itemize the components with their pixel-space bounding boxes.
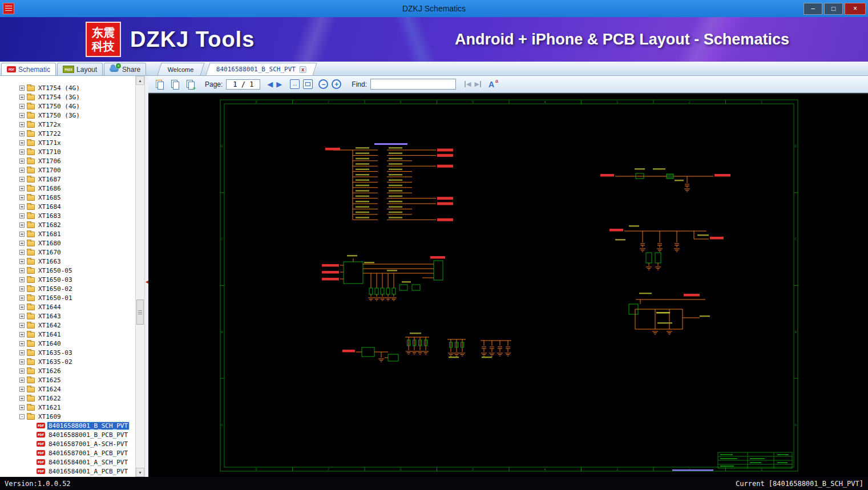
- schematic-page[interactable]: DDCCBBAA8877665544332211: [216, 95, 802, 476]
- page-number-input[interactable]: [226, 79, 260, 90]
- tree-folder-item[interactable]: +XT1635-02: [0, 357, 135, 366]
- tree-expander-icon[interactable]: -: [19, 414, 25, 419]
- tree-folder-item[interactable]: +XT1644: [0, 302, 135, 311]
- tree-folder-item[interactable]: -XT1609: [0, 412, 135, 421]
- tree-pdf-item[interactable]: PDF84016587001_A_PCB_PVT: [0, 448, 135, 457]
- tree-expander-icon[interactable]: +: [19, 159, 25, 164]
- tree-pdf-item[interactable]: PDF84016588001_B_SCH_PVT: [0, 421, 135, 430]
- tree-folder-item[interactable]: +XT1754 (3G): [0, 92, 135, 102]
- fit-page-icon[interactable]: [303, 79, 313, 89]
- page-copy-icon[interactable]: [154, 79, 166, 90]
- tree-folder-item[interactable]: +XT1706: [0, 156, 135, 165]
- zoom-in-button[interactable]: +: [332, 79, 341, 89]
- tree-expander-icon[interactable]: +: [19, 186, 25, 191]
- tree-pdf-item[interactable]: PDF84016587001_A-SCH-PVT: [0, 439, 135, 448]
- tab-document[interactable]: 84016588001_B_SCH_PVT x: [205, 63, 317, 75]
- tree-pdf-item[interactable]: PDF84016588001_B_PCB_PVT: [0, 430, 135, 439]
- find-prev-button[interactable]: ◀: [464, 80, 471, 88]
- tree-folder-item[interactable]: +XT1683: [0, 211, 135, 220]
- find-next-button[interactable]: ▶: [475, 80, 482, 88]
- tree-folder-item[interactable]: +XT1650-02: [0, 284, 135, 293]
- tree-folder-item[interactable]: +XT1625: [0, 375, 135, 384]
- tree-expander-icon[interactable]: +: [19, 277, 25, 282]
- tree-expander-icon[interactable]: +: [19, 368, 25, 374]
- tree-folder-item[interactable]: +XT1650-05: [0, 266, 135, 275]
- tree-expander-icon[interactable]: +: [19, 341, 25, 346]
- tree-folder-item[interactable]: +XT172x: [0, 120, 135, 129]
- tree-expander-icon[interactable]: +: [19, 295, 25, 301]
- multi-page-icon[interactable]: [185, 79, 197, 90]
- tree-expander-icon[interactable]: +: [19, 286, 25, 291]
- tree-folder-item[interactable]: +XT1663: [0, 257, 135, 266]
- tree-expander-icon[interactable]: +: [19, 314, 25, 319]
- tree-folder-item[interactable]: +XT1642: [0, 321, 135, 330]
- tree-expander-icon[interactable]: +: [19, 204, 25, 209]
- tree-pdf-item[interactable]: PDF84016584001_A_SCH_PVT: [0, 457, 135, 467]
- tree-folder-item[interactable]: +XT1640: [0, 339, 135, 348]
- tree-folder-item[interactable]: +XT171x: [0, 138, 135, 147]
- tree-expander-icon[interactable]: +: [19, 305, 25, 310]
- tab-layout[interactable]: PADS Layout: [57, 63, 103, 75]
- tree-scrollbar[interactable]: ▲ ▼: [135, 76, 144, 477]
- tree-expander-icon[interactable]: +: [19, 140, 25, 145]
- tree-folder-item[interactable]: +XT1670: [0, 248, 135, 257]
- tree-expander-icon[interactable]: +: [19, 113, 25, 118]
- tree-expander-icon[interactable]: +: [19, 350, 25, 355]
- close-tab-icon[interactable]: x: [300, 66, 306, 73]
- pdf-viewer[interactable]: DDCCBBAA8877665544332211: [148, 93, 868, 477]
- tree-expander-icon[interactable]: +: [19, 131, 25, 136]
- tree-expander-icon[interactable]: +: [19, 149, 25, 155]
- tree-expander-icon[interactable]: +: [19, 232, 25, 237]
- tree-expander-icon[interactable]: +: [19, 168, 25, 173]
- tree-expander-icon[interactable]: +: [19, 177, 25, 182]
- tree-folder-item[interactable]: +XT1685: [0, 193, 135, 202]
- prev-page-button[interactable]: ◀: [267, 79, 273, 90]
- tree-expander-icon[interactable]: +: [19, 396, 25, 401]
- tree-expander-icon[interactable]: +: [19, 332, 25, 337]
- tree-folder-item[interactable]: +XT1622: [0, 394, 135, 403]
- minimize-button[interactable]: –: [804, 3, 822, 15]
- tree-expander-icon[interactable]: +: [19, 86, 25, 91]
- tree-folder-item[interactable]: +XT1686: [0, 184, 135, 193]
- fit-width-icon[interactable]: ↔: [290, 79, 300, 89]
- tree-expander-icon[interactable]: +: [19, 359, 25, 365]
- close-button[interactable]: ×: [845, 3, 866, 15]
- tree-expander-icon[interactable]: +: [19, 323, 25, 328]
- tree-expander-icon[interactable]: +: [19, 268, 25, 273]
- tree-expander-icon[interactable]: +: [19, 259, 25, 264]
- tree-expander-icon[interactable]: +: [19, 222, 25, 228]
- tree-folder-item[interactable]: +XT1621: [0, 403, 135, 412]
- font-size-icon[interactable]: Aa: [488, 80, 494, 89]
- tree-expander-icon[interactable]: +: [19, 213, 25, 218]
- tree-folder-item[interactable]: +XT1722: [0, 129, 135, 138]
- tree-folder-item[interactable]: +XT1750 (4G): [0, 102, 135, 111]
- tree-folder-item[interactable]: +XT1650-01: [0, 293, 135, 302]
- find-input[interactable]: [370, 79, 456, 90]
- tree-expander-icon[interactable]: +: [19, 104, 25, 109]
- scroll-up-button[interactable]: ▲: [136, 76, 144, 85]
- tree-folder-item[interactable]: +XT1687: [0, 175, 135, 184]
- scroll-down-button[interactable]: ▼: [136, 468, 144, 477]
- tree-expander-icon[interactable]: +: [19, 387, 25, 392]
- tree-pdf-item[interactable]: PDF84016584001_A_PCB_PVT: [0, 467, 135, 476]
- tree-folder-item[interactable]: +XT1626: [0, 366, 135, 375]
- tab-welcome[interactable]: Welcome: [158, 63, 205, 75]
- scroll-thumb[interactable]: [136, 299, 144, 325]
- tree-folder-item[interactable]: +XT1680: [0, 238, 135, 248]
- tree-expander-icon[interactable]: +: [19, 405, 25, 410]
- tree-folder-item[interactable]: +XT1684: [0, 202, 135, 211]
- panel-splitter[interactable]: ◄: [144, 76, 148, 477]
- tree-expander-icon[interactable]: +: [19, 241, 25, 246]
- tree-folder-item[interactable]: +XT1643: [0, 311, 135, 321]
- duplicate-page-icon[interactable]: [169, 79, 181, 90]
- tree-expander-icon[interactable]: +: [19, 122, 25, 127]
- tree-folder-item[interactable]: +XT1635-03: [0, 348, 135, 357]
- tab-share[interactable]: Share: [104, 63, 146, 75]
- tree-expander-icon[interactable]: +: [19, 195, 25, 200]
- tree-folder-item[interactable]: +XT1681: [0, 229, 135, 238]
- tab-schematic[interactable]: PDF Schematic: [1, 63, 56, 75]
- next-page-button[interactable]: ▶: [276, 79, 282, 90]
- tree-expander-icon[interactable]: +: [19, 250, 25, 255]
- tree-folder-item[interactable]: +XT1700: [0, 165, 135, 175]
- tree-folder-item[interactable]: +XT1624: [0, 384, 135, 394]
